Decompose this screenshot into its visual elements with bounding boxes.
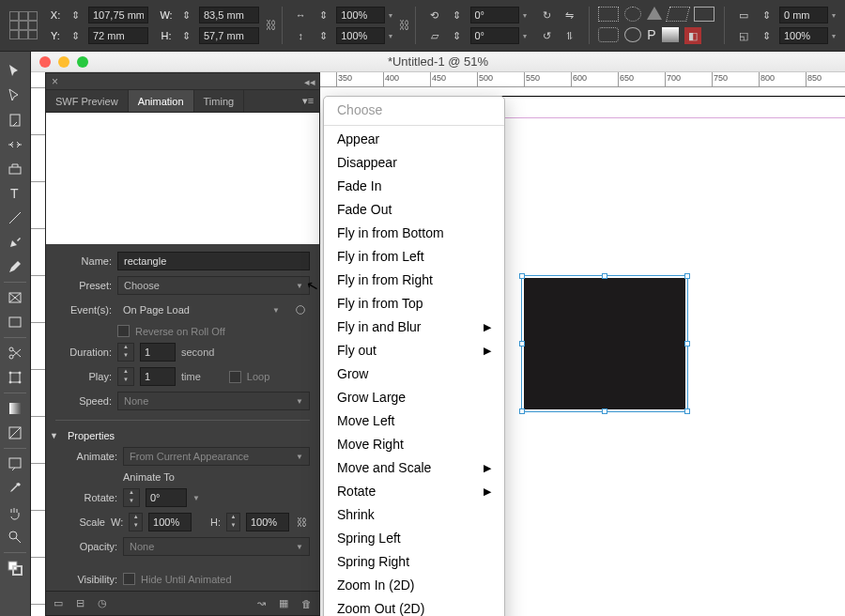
preset-option[interactable]: Disappear: [324, 151, 504, 175]
stepper-icon[interactable]: ⇕: [448, 27, 467, 44]
preset-option[interactable]: Fade In: [324, 175, 504, 198]
rotate-panel-input[interactable]: [146, 488, 187, 507]
preset-option[interactable]: Rotate▶: [324, 480, 504, 503]
preset-option[interactable]: Appear: [324, 128, 504, 151]
content-collector-tool[interactable]: [2, 157, 28, 181]
minimize-window-icon[interactable]: [58, 56, 69, 68]
gap-tool[interactable]: [2, 132, 28, 157]
show-proxy-icon[interactable]: ▦: [279, 597, 288, 609]
opacity-select[interactable]: None▼: [123, 537, 310, 556]
scale-h-input[interactable]: [246, 513, 289, 531]
window-titlebar[interactable]: *Untitled-1 @ 51%: [31, 52, 845, 72]
origin-grid-icon[interactable]: [291, 488, 310, 507]
stroke-input[interactable]: [779, 7, 828, 23]
gradient-swatch-tool[interactable]: [2, 396, 28, 421]
reverse-checkbox[interactable]: [117, 325, 130, 337]
fill-stroke-tool[interactable]: [2, 556, 28, 580]
preset-option[interactable]: Zoom Out (2D): [324, 597, 504, 616]
stepper-icon[interactable]: ⇕: [66, 27, 84, 44]
close-window-icon[interactable]: [39, 56, 51, 68]
link-wh-icon[interactable]: ⛓: [265, 9, 278, 41]
link-scale-icon[interactable]: ⛓: [398, 9, 411, 41]
play-input[interactable]: [140, 367, 176, 386]
free-transform-tool[interactable]: [2, 365, 28, 390]
flip-v-icon[interactable]: ⥮: [561, 27, 579, 44]
rotate-stepper[interactable]: ▲▼: [123, 488, 140, 507]
preset-option[interactable]: Fade Out: [324, 198, 504, 222]
preset-option[interactable]: Move and Scale▶: [324, 456, 504, 480]
stepper-icon[interactable]: ⇕: [66, 7, 84, 23]
eyedropper-tool[interactable]: [2, 476, 28, 500]
trash-icon[interactable]: 🗑: [301, 598, 312, 609]
event-target-icon[interactable]: [291, 300, 310, 319]
note-tool[interactable]: [2, 452, 28, 476]
preset-select[interactable]: Choose▼: [117, 276, 310, 295]
line-tool[interactable]: [2, 206, 28, 230]
pen-tool[interactable]: [2, 230, 28, 254]
stepper-icon[interactable]: ⇕: [177, 7, 195, 23]
shear-input[interactable]: [470, 27, 519, 44]
selection-tool[interactable]: [2, 59, 28, 84]
link-scale-panel-icon[interactable]: ⛓: [295, 513, 310, 531]
scale-w-input[interactable]: [148, 513, 192, 531]
type-tool[interactable]: T: [2, 181, 28, 206]
zoom-tool[interactable]: [2, 525, 28, 549]
name-input[interactable]: [117, 252, 310, 270]
proxy-icon[interactable]: ⊟: [76, 597, 84, 609]
flip-h-icon[interactable]: ⇋: [561, 7, 579, 23]
rectangle-frame-tool[interactable]: [2, 285, 28, 310]
preset-option[interactable]: Fly in from Left: [324, 245, 504, 269]
stepper-icon[interactable]: ⇕: [314, 7, 332, 23]
panel-collapse-icon[interactable]: ◂◂: [304, 76, 315, 88]
preset-option[interactable]: Fly in from Right: [324, 269, 504, 292]
preset-option[interactable]: Spring Left: [324, 527, 504, 550]
preview-spread-icon[interactable]: ▭: [54, 597, 63, 609]
loop-checkbox[interactable]: [229, 371, 241, 383]
scale-y-input[interactable]: [336, 27, 385, 44]
preset-option[interactable]: Fly in and Blur▶: [324, 316, 504, 339]
duration-stepper[interactable]: ▲▼: [117, 343, 134, 362]
rotate-cw-icon[interactable]: ↻: [538, 7, 557, 23]
timing-icon[interactable]: ◷: [98, 597, 107, 609]
zoom-window-icon[interactable]: [77, 56, 88, 68]
reference-point[interactable]: [4, 11, 43, 39]
pencil-tool[interactable]: [2, 254, 28, 279]
vertical-ruler[interactable]: [31, 87, 46, 616]
preset-option[interactable]: Grow Large: [324, 386, 504, 409]
stepper-icon[interactable]: ⇕: [314, 27, 332, 44]
event-select[interactable]: On Page Load▼: [117, 300, 285, 319]
direct-selection-tool[interactable]: [2, 84, 28, 108]
corner-input[interactable]: [779, 27, 828, 44]
scale-h-stepper[interactable]: ▲▼: [226, 513, 240, 531]
hand-tool[interactable]: [2, 500, 28, 525]
tab-swf-preview[interactable]: SWF Preview: [46, 90, 129, 112]
panel-menu-icon[interactable]: ▾≡: [297, 90, 319, 112]
duration-input[interactable]: [140, 343, 176, 362]
tab-timing[interactable]: Timing: [194, 90, 245, 112]
preset-option[interactable]: Shrink: [324, 503, 504, 527]
w-input[interactable]: [199, 7, 259, 23]
selected-rectangle[interactable]: [524, 278, 685, 409]
properties-disclosure-icon[interactable]: ▼: [50, 431, 58, 440]
stepper-icon[interactable]: ⇕: [177, 27, 195, 44]
gradient-feather-tool[interactable]: [2, 421, 28, 445]
rotate-ccw-icon[interactable]: ↺: [538, 27, 557, 44]
preset-option[interactable]: Fly in from Top: [324, 292, 504, 316]
traffic-lights[interactable]: [39, 56, 88, 68]
preset-option[interactable]: Zoom In (2D): [324, 574, 504, 597]
preset-option[interactable]: Move Right: [324, 433, 504, 456]
scale-x-input[interactable]: [336, 7, 385, 23]
rotate-input[interactable]: [470, 7, 519, 23]
h-input[interactable]: [199, 27, 259, 44]
x-input[interactable]: [88, 7, 148, 23]
hide-until-checkbox[interactable]: [123, 573, 135, 585]
shape-presets[interactable]: [598, 7, 714, 22]
preset-option[interactable]: Move Left: [324, 409, 504, 433]
preset-dropdown[interactable]: Choose AppearDisappearFade InFade OutFly…: [323, 96, 505, 616]
preset-option[interactable]: Fly out▶: [324, 339, 504, 362]
scissors-tool[interactable]: [2, 341, 28, 365]
y-input[interactable]: [88, 27, 148, 44]
preset-option[interactable]: Spring Right: [324, 550, 504, 574]
speed-select[interactable]: None▼: [117, 392, 310, 410]
rectangle-tool[interactable]: [2, 310, 28, 334]
